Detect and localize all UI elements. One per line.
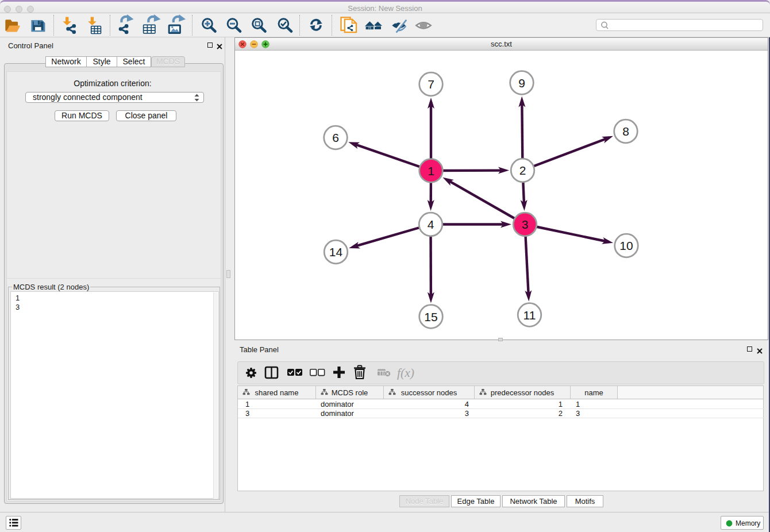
svg-text:7: 7	[428, 78, 434, 91]
svg-text:8: 8	[622, 125, 629, 138]
svg-text:3: 3	[522, 218, 529, 231]
svg-text:11: 11	[523, 309, 536, 322]
svg-text:4: 4	[428, 218, 434, 231]
svg-text:2: 2	[519, 164, 526, 177]
svg-text:1: 1	[428, 164, 434, 178]
svg-text:10: 10	[619, 239, 633, 252]
svg-text:6: 6	[332, 131, 339, 144]
svg-text:14: 14	[329, 245, 343, 259]
svg-text:9: 9	[518, 76, 525, 90]
svg-text:15: 15	[424, 310, 437, 323]
svg-text:f(x): f(x)	[397, 366, 414, 380]
